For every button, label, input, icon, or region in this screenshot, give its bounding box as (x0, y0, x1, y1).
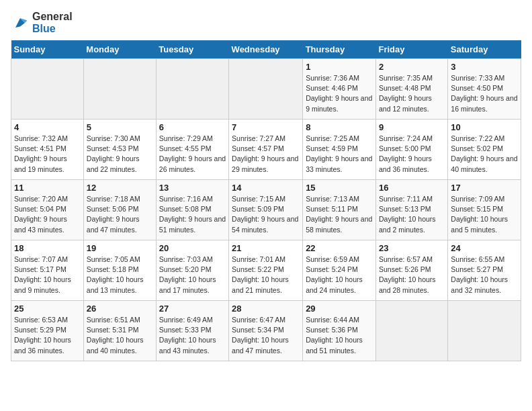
header-sunday: Sunday (11, 40, 84, 59)
day-info: Sunrise: 6:57 AM Sunset: 5:26 PM Dayligh… (379, 255, 445, 295)
day-number: 3 (451, 62, 518, 72)
header-wednesday: Wednesday (229, 40, 303, 59)
day-number: 22 (306, 243, 373, 253)
day-number: 9 (379, 122, 445, 132)
day-info: Sunrise: 7:13 AM Sunset: 5:11 PM Dayligh… (306, 194, 373, 235)
day-info: Sunrise: 7:25 AM Sunset: 4:59 PM Dayligh… (306, 134, 373, 175)
day-number: 16 (379, 183, 445, 193)
day-number: 25 (14, 304, 81, 314)
day-number: 12 (87, 183, 153, 193)
day-info: Sunrise: 7:20 AM Sunset: 5:04 PM Dayligh… (14, 194, 81, 235)
day-cell: 27Sunrise: 6:49 AM Sunset: 5:33 PM Dayli… (156, 301, 228, 361)
day-info: Sunrise: 7:11 AM Sunset: 5:13 PM Dayligh… (379, 194, 445, 235)
logo-icon (11, 13, 30, 32)
day-cell: 6Sunrise: 7:29 AM Sunset: 4:55 PM Daylig… (156, 120, 228, 180)
day-number: 28 (232, 304, 300, 314)
day-number: 4 (14, 122, 81, 132)
day-number: 15 (306, 183, 373, 193)
calendar-table: SundayMondayTuesdayWednesdayThursdayFrid… (11, 40, 521, 361)
day-info: Sunrise: 6:51 AM Sunset: 5:31 PM Dayligh… (87, 315, 153, 356)
day-cell: 5Sunrise: 7:30 AM Sunset: 4:53 PM Daylig… (83, 120, 156, 180)
day-info: Sunrise: 6:55 AM Sunset: 5:27 PM Dayligh… (451, 255, 518, 295)
page-header: General Blue (11, 11, 521, 35)
day-cell: 12Sunrise: 7:18 AM Sunset: 5:06 PM Dayli… (83, 180, 156, 240)
day-info: Sunrise: 7:07 AM Sunset: 5:17 PM Dayligh… (14, 255, 81, 295)
day-number: 18 (14, 243, 81, 253)
day-cell: 25Sunrise: 6:53 AM Sunset: 5:29 PM Dayli… (11, 301, 84, 361)
day-info: Sunrise: 6:44 AM Sunset: 5:36 PM Dayligh… (306, 315, 373, 356)
day-number: 5 (87, 122, 153, 132)
day-info: Sunrise: 7:33 AM Sunset: 4:50 PM Dayligh… (451, 73, 518, 114)
day-cell: 18Sunrise: 7:07 AM Sunset: 5:17 PM Dayli… (11, 240, 84, 301)
day-cell: 20Sunrise: 7:03 AM Sunset: 5:20 PM Dayli… (156, 240, 228, 301)
day-number: 6 (159, 122, 226, 132)
week-row-4: 25Sunrise: 6:53 AM Sunset: 5:29 PM Dayli… (11, 301, 521, 361)
day-cell: 23Sunrise: 6:57 AM Sunset: 5:26 PM Dayli… (375, 240, 447, 301)
day-cell: 3Sunrise: 7:33 AM Sunset: 4:50 PM Daylig… (448, 59, 521, 120)
day-number: 21 (232, 243, 300, 253)
day-number: 7 (232, 122, 300, 132)
day-cell (83, 59, 156, 120)
day-info: Sunrise: 7:05 AM Sunset: 5:18 PM Dayligh… (87, 255, 153, 295)
logo-text: General Blue (32, 11, 73, 35)
calendar-header-row: SundayMondayTuesdayWednesdayThursdayFrid… (11, 40, 521, 59)
day-info: Sunrise: 6:47 AM Sunset: 5:34 PM Dayligh… (232, 315, 300, 356)
day-info: Sunrise: 7:30 AM Sunset: 4:53 PM Dayligh… (87, 134, 153, 175)
day-cell (229, 59, 303, 120)
day-cell: 11Sunrise: 7:20 AM Sunset: 5:04 PM Dayli… (11, 180, 84, 240)
day-cell: 26Sunrise: 6:51 AM Sunset: 5:31 PM Dayli… (83, 301, 156, 361)
day-cell (375, 301, 447, 361)
day-number: 20 (159, 243, 226, 253)
day-number: 13 (159, 183, 226, 193)
day-cell: 22Sunrise: 6:59 AM Sunset: 5:24 PM Dayli… (303, 240, 376, 301)
day-number: 24 (451, 243, 518, 253)
day-info: Sunrise: 7:16 AM Sunset: 5:08 PM Dayligh… (159, 194, 226, 235)
day-number: 1 (306, 62, 373, 72)
day-cell: 19Sunrise: 7:05 AM Sunset: 5:18 PM Dayli… (83, 240, 156, 301)
day-cell (11, 59, 84, 120)
day-cell: 10Sunrise: 7:22 AM Sunset: 5:02 PM Dayli… (448, 120, 521, 180)
header-tuesday: Tuesday (156, 40, 228, 59)
day-cell: 28Sunrise: 6:47 AM Sunset: 5:34 PM Dayli… (229, 301, 303, 361)
day-cell: 17Sunrise: 7:09 AM Sunset: 5:15 PM Dayli… (448, 180, 521, 240)
day-cell: 4Sunrise: 7:32 AM Sunset: 4:51 PM Daylig… (11, 120, 84, 180)
day-info: Sunrise: 7:32 AM Sunset: 4:51 PM Dayligh… (14, 134, 81, 175)
day-info: Sunrise: 7:15 AM Sunset: 5:09 PM Dayligh… (232, 194, 300, 235)
header-monday: Monday (83, 40, 156, 59)
day-number: 19 (87, 243, 153, 253)
day-number: 11 (14, 183, 81, 193)
logo: General Blue (11, 11, 73, 35)
day-info: Sunrise: 7:27 AM Sunset: 4:57 PM Dayligh… (232, 134, 300, 175)
day-cell: 15Sunrise: 7:13 AM Sunset: 5:11 PM Dayli… (303, 180, 376, 240)
week-row-2: 11Sunrise: 7:20 AM Sunset: 5:04 PM Dayli… (11, 180, 521, 240)
day-info: Sunrise: 7:01 AM Sunset: 5:22 PM Dayligh… (232, 255, 300, 295)
day-cell: 1Sunrise: 7:36 AM Sunset: 4:46 PM Daylig… (303, 59, 376, 120)
day-number: 23 (379, 243, 445, 253)
day-info: Sunrise: 6:53 AM Sunset: 5:29 PM Dayligh… (14, 315, 81, 356)
day-number: 2 (379, 62, 445, 72)
day-info: Sunrise: 7:18 AM Sunset: 5:06 PM Dayligh… (87, 194, 153, 235)
day-number: 17 (451, 183, 518, 193)
day-cell: 2Sunrise: 7:35 AM Sunset: 4:48 PM Daylig… (375, 59, 447, 120)
day-cell (448, 301, 521, 361)
day-info: Sunrise: 6:59 AM Sunset: 5:24 PM Dayligh… (306, 255, 373, 295)
day-cell: 8Sunrise: 7:25 AM Sunset: 4:59 PM Daylig… (303, 120, 376, 180)
day-info: Sunrise: 7:22 AM Sunset: 5:02 PM Dayligh… (451, 134, 518, 175)
week-row-3: 18Sunrise: 7:07 AM Sunset: 5:17 PM Dayli… (11, 240, 521, 301)
day-info: Sunrise: 7:35 AM Sunset: 4:48 PM Dayligh… (379, 73, 445, 114)
day-number: 8 (306, 122, 373, 132)
week-row-1: 4Sunrise: 7:32 AM Sunset: 4:51 PM Daylig… (11, 120, 521, 180)
day-info: Sunrise: 7:03 AM Sunset: 5:20 PM Dayligh… (159, 255, 226, 295)
day-info: Sunrise: 6:49 AM Sunset: 5:33 PM Dayligh… (159, 315, 226, 356)
day-info: Sunrise: 7:29 AM Sunset: 4:55 PM Dayligh… (159, 134, 226, 175)
day-cell: 24Sunrise: 6:55 AM Sunset: 5:27 PM Dayli… (448, 240, 521, 301)
day-cell: 13Sunrise: 7:16 AM Sunset: 5:08 PM Dayli… (156, 180, 228, 240)
day-info: Sunrise: 7:24 AM Sunset: 5:00 PM Dayligh… (379, 134, 445, 175)
header-friday: Friday (375, 40, 447, 59)
day-number: 27 (159, 304, 226, 314)
day-number: 26 (87, 304, 153, 314)
header-saturday: Saturday (448, 40, 521, 59)
day-number: 14 (232, 183, 300, 193)
header-thursday: Thursday (303, 40, 376, 59)
day-cell: 14Sunrise: 7:15 AM Sunset: 5:09 PM Dayli… (229, 180, 303, 240)
